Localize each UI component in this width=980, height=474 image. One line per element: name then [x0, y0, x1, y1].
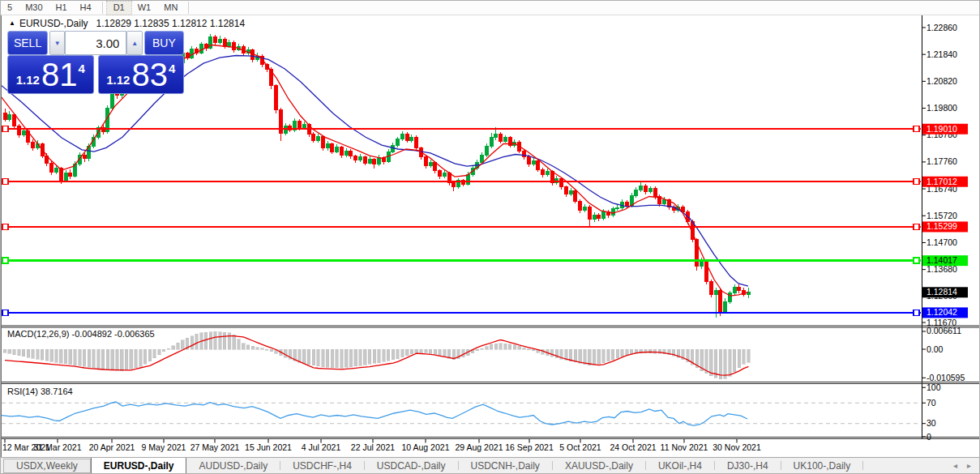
candle-body: [218, 39, 221, 43]
lot-size-input[interactable]: [65, 31, 126, 55]
chart-tab-uk100-daily[interactable]: UK100-,Daily: [781, 458, 863, 473]
macd-histogram-bar: [630, 349, 633, 354]
chart-tab-usdcad-daily[interactable]: USDCAD-,Daily: [365, 458, 458, 473]
lot-increase-button[interactable]: ▲: [126, 31, 142, 55]
level-drag-handle[interactable]: [2, 258, 8, 263]
macd-histogram-bar: [738, 349, 741, 368]
candle-body: [190, 49, 194, 58]
macd-histogram-bar: [153, 349, 156, 358]
macd-histogram-bar: [331, 349, 334, 368]
macd-histogram-bar: [326, 349, 329, 367]
macd-histogram-bar: [261, 348, 264, 349]
level-drag-handle[interactable]: [2, 126, 8, 132]
level-drag-handle[interactable]: [914, 179, 919, 185]
candle-body: [354, 156, 357, 160]
candle-body: [317, 137, 320, 141]
candle-body: [644, 186, 647, 192]
chart-tab-usdcnh-daily[interactable]: USDCNH-,Daily: [459, 458, 552, 473]
macd-histogram-bar: [499, 344, 503, 349]
rsi-indicator-label: RSI(14) 38.7164: [7, 386, 73, 396]
timeframe-button-d1[interactable]: D1: [107, 2, 131, 15]
timeframe-button-h1[interactable]: H1: [49, 2, 74, 15]
macd-histogram-bar: [284, 349, 287, 357]
candle-body: [54, 169, 58, 173]
macd-histogram-bar: [429, 349, 432, 353]
candle-body: [378, 158, 381, 164]
chart-tab-eurusd-daily[interactable]: EURUSD-,Daily: [91, 458, 187, 473]
candle-body: [522, 151, 525, 156]
price-level-badge: 1.19010: [922, 124, 968, 135]
level-drag-handle[interactable]: [2, 310, 8, 315]
level-drag-handle[interactable]: [914, 310, 919, 315]
macd-indicator-label: MACD(12,26,9) -0.004892 -0.006365: [7, 329, 155, 339]
macd-histogram-bar: [158, 349, 161, 355]
macd-histogram-bar: [195, 334, 199, 349]
timeframe-button-h4[interactable]: H4: [74, 2, 98, 15]
macd-histogram-bar: [344, 349, 348, 367]
level-drag-handle[interactable]: [914, 126, 919, 132]
chart-tab-ukoil-h4[interactable]: UKOil-,H4: [646, 458, 714, 473]
chart-tab-dj30-h4[interactable]: DJ30-,H4: [715, 458, 781, 473]
macd-histogram-bar: [733, 349, 736, 372]
macd-histogram-bar: [363, 349, 366, 365]
candle-body: [405, 134, 409, 140]
candle-body: [359, 157, 362, 160]
candle-body: [663, 200, 666, 204]
date-tick-label: 22 Jul 2021: [351, 442, 395, 452]
macd-histogram-bar: [597, 349, 601, 364]
candle-body: [635, 190, 638, 195]
tab-scroll-right-icon[interactable]: ▸: [967, 461, 971, 470]
chart-tab-xauusd-daily[interactable]: XAUUSD-,Daily: [553, 458, 645, 473]
price-level-badge: 1.14017: [922, 255, 968, 266]
macd-histogram-bar: [322, 349, 325, 367]
macd-histogram-bar: [405, 349, 409, 356]
date-tick-label: 9 May 2021: [142, 442, 186, 452]
macd-histogram-bar: [265, 349, 268, 350]
candle-body: [532, 161, 535, 164]
sell-button[interactable]: SELL: [7, 31, 48, 55]
sell-price-box[interactable]: 1.12814: [7, 55, 94, 94]
macd-histogram-bar: [434, 349, 437, 354]
buy-button[interactable]: BUY: [144, 31, 184, 55]
macd-histogram-bar: [251, 346, 255, 349]
macd-histogram-bar: [92, 349, 96, 368]
macd-histogram-bar: [626, 349, 629, 355]
candle-body: [602, 211, 606, 218]
candle-body: [298, 121, 302, 128]
candle-body: [452, 182, 456, 186]
timeframe-button-5[interactable]: 5: [1, 2, 19, 15]
macd-histogram-bar: [64, 349, 67, 364]
macd-histogram-bar: [181, 340, 184, 349]
lot-decrease-button[interactable]: ▼: [49, 31, 65, 55]
rsi-axis-label: 100: [927, 382, 941, 392]
tab-scroll-left-icon[interactable]: ◂: [953, 461, 957, 470]
macd-histogram-bar: [523, 348, 526, 349]
buy-price-box[interactable]: 1.12834: [98, 55, 185, 94]
macd-histogram-bar: [602, 349, 606, 363]
candle-body: [714, 291, 717, 295]
chart-ohlc-values: 1.12829 1.12835 1.12812 1.12814: [96, 18, 246, 29]
timeframe-button-m30[interactable]: M30: [19, 2, 49, 15]
price-axis-tick-label: 1.21840: [927, 49, 957, 59]
timeframe-button-w1[interactable]: W1: [131, 2, 158, 15]
macd-histogram-bar: [476, 349, 479, 351]
macd-histogram-bar: [106, 349, 109, 369]
chart-tab-audusd-daily[interactable]: AUDUSD-,Daily: [186, 458, 280, 473]
candle-body: [83, 155, 86, 159]
level-drag-handle[interactable]: [914, 224, 919, 229]
macd-histogram-bar: [439, 349, 442, 356]
timeframe-button-mn[interactable]: MN: [157, 2, 184, 15]
level-drag-handle[interactable]: [2, 224, 8, 229]
level-drag-handle[interactable]: [914, 258, 919, 263]
macd-histogram-bar: [420, 349, 423, 352]
macd-histogram-bar: [724, 349, 727, 378]
candle-body: [541, 169, 545, 175]
chart-tab-usdchf-h4[interactable]: USDCHF-,H4: [280, 458, 364, 473]
level-drag-handle[interactable]: [2, 179, 8, 185]
macd-histogram-bar: [36, 349, 40, 359]
price-level-badge-text: 1.17012: [927, 177, 957, 186]
macd-histogram-bar: [574, 349, 577, 362]
macd-histogram-bar: [616, 349, 619, 358]
chart-tab-usdx-weekly[interactable]: USDX,Weekly: [3, 459, 91, 473]
macd-histogram-bar: [8, 349, 11, 353]
